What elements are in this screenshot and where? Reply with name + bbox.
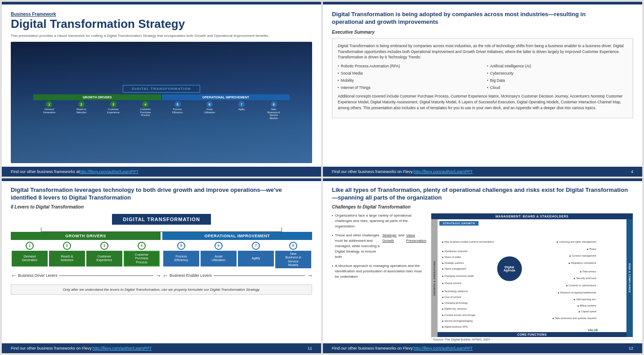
slide4-tag-new-biz: ▲New business models (content monetizati… (441, 240, 493, 243)
slide4-tag-contract: ▲Contract management (568, 254, 596, 257)
slide3-o-lever6: 6 AssetUtilization (201, 242, 237, 269)
slide3-o-lever7: 7 Agility (238, 242, 274, 269)
slide1-lever5-label: ProcessEfficiency (172, 108, 183, 114)
slide3-content: Digital Transformation leverages technol… (2, 181, 321, 343)
slide4-tag-dist: ▲Distribution channels (441, 250, 467, 253)
slide1-title: Digital Transformation Strategy (11, 18, 312, 31)
slide3-o-lever5: 5 ProcessEfficiency (163, 242, 199, 269)
slide1-lever1-num: 1 (46, 101, 52, 107)
slide3-driver-label: Business Driver Levers (18, 273, 57, 278)
slide3-g-lever3-num: 3 (100, 242, 108, 250)
slide2-list-rpa: Robotic Process Automation (RPA) (338, 63, 478, 69)
slide3-o-lever5-num: 5 (177, 242, 185, 250)
slide3-section-label: 8 Levers to Digital Transformation (11, 204, 312, 209)
slide4-section-label: Challenges to Digital Transformation (332, 204, 633, 209)
slide4-tag-talent: ▲Talent management (441, 267, 466, 270)
slide4-ops-label: GROWTH & OPERATIONS (431, 219, 438, 337)
slide1-lever4-num: 4 (142, 101, 148, 107)
slide4-body: Organizations face a large variety of op… (332, 213, 633, 340)
slide3-growth-section: GROWTH DRIVERS 1 DemandGeneration 2 Reac… (11, 232, 161, 271)
slide3-o-lever8-label: NewBusiness &ServiceModels (275, 251, 311, 269)
slide2-textbox: Digital Transformation is being embraced… (332, 38, 633, 119)
slide2-content: Digital Transformation is being adopted … (323, 4, 642, 167)
slide2-title: Digital Transformation is being adopted … (332, 11, 611, 26)
slide3-dt-label: DIGITAL TRANSFORMATION (112, 214, 211, 225)
slide2-list-cloud: Cloud (487, 84, 627, 91)
slide4-tag-org: ▲Digital org. structure (441, 307, 466, 310)
slide1-lever7-label: Agility (238, 108, 245, 111)
slide1-ops-label: OPERATIONAL IMPROVEMENT (162, 94, 290, 100)
slide2-footer-link[interactable]: http://flevy.com/author/LearnPPT (414, 169, 473, 174)
slide2-list-iot: Internet of Things (338, 84, 478, 91)
slide4-footer-text: Find our other business frameworks on Fl… (332, 346, 414, 351)
slide4-digital-agenda: DigitalAgenda (497, 256, 522, 281)
slide4-tag-billing: ▲Billing systems (577, 304, 596, 307)
slide4-tag-unique: ▲Unique content (441, 282, 461, 284)
slide2-list-bigdata: Big Data (487, 77, 627, 84)
slide1-lever8-num: 8 (271, 101, 277, 107)
slide4-tag-controls: ▲Controls vs. performance (565, 284, 596, 287)
slide3-g-lever4: 4 CustomerPurchaseProcess (124, 242, 160, 266)
slide-3: Digital Transformation leverages technol… (2, 178, 321, 353)
slide3-enabler-label: Business Enabler Levers (170, 273, 212, 278)
slide1-lever-4: 4 CustomerPurchaseProcess (130, 101, 161, 120)
slide2-footer-num: 4 (631, 169, 633, 174)
slide1-lever-1: 1 DemandGeneration (33, 101, 65, 120)
slide4-tag-change-tech: ▲Changing technology (441, 302, 468, 304)
slide3-g-lever1-num: 1 (26, 242, 34, 250)
slide3-o-lever6-label: AssetUtilization (201, 251, 237, 266)
slide3-note: Only after we understand the levers to D… (16, 288, 307, 292)
slide1-lever2-num: 2 (78, 101, 85, 107)
slide3-g-lever2: 2 Reach &Selection (49, 242, 85, 266)
slide2-footer-text: Find our other business frameworks on Fl… (332, 169, 414, 174)
slide2-list-mobility: Mobility (338, 77, 478, 84)
slide3-ops-levers: 5 ProcessEfficiency 6 AssetUtilization 7… (162, 240, 312, 271)
slide1-lever2-label: Reach &Selection (76, 108, 86, 114)
slide2-intro-text: Digital Transformation is being embraced… (338, 43, 627, 60)
slide-1: Business Framework Digital Transformatio… (2, 2, 321, 177)
slide4-tag-consumer: ▲Changing consumer needs (441, 275, 474, 277)
slide3-footer: Find our other business frameworks on Fl… (2, 343, 321, 353)
slide4-tag-capital: ▲Capital spend (578, 310, 596, 313)
slide3-arrows: ← Business Driver Levers → ← Business En… (11, 272, 312, 279)
slide1-lever-5: 5 ProcessEfficiency (162, 101, 193, 120)
slide2-list: Robotic Process Automation (RPA) Artific… (338, 63, 627, 91)
slide3-footer-num: 11 (308, 346, 312, 351)
slide3-g-lever3: 3 CustomerExperience (86, 242, 122, 266)
slide3-o-lever8-num: 8 (289, 242, 297, 250)
slide1-lever8-label: NewBusiness &ServiceModels (268, 108, 280, 120)
slide1-content: Business Framework Digital Transformatio… (2, 4, 321, 167)
slide1-dt-label: DIGITAL TRANSFORMATION (123, 85, 201, 93)
slide4-mgmt-bar: MANAGEMENT: BOARD & STAKEHOLDERS (431, 213, 633, 219)
slide4-tag-revenue: ▲Revenue recognition/settlements (557, 291, 596, 294)
slide4-title: Like all types of Transformation, plenty… (332, 186, 633, 202)
slide3-ops-section: OPERATIONAL IMPROVEMENT 5 ProcessEfficie… (162, 232, 312, 271)
slide3-growth-label: GROWTH DRIVERS (11, 232, 161, 240)
slide3-g-lever1-label: DemandGeneration (12, 251, 48, 266)
slide3-footer-text: Find our other business frameworks on Fl… (11, 346, 93, 351)
slide4-footer-num: 12 (629, 346, 633, 351)
slide4-tag-pricing: ▲Service pricing/packaging (441, 320, 473, 322)
slide2-list-ai: Artificial Intelligence (AI) (487, 63, 627, 69)
slide4-tag-security: ▲Security and fraud (573, 277, 596, 280)
slide4-tag-piracy: ▲Piracy (586, 248, 596, 250)
slide1-lever5-num: 5 (174, 101, 181, 107)
slide4-item3: A structure approach to managing operati… (332, 263, 426, 280)
slide3-o-lever6-num: 6 (215, 242, 223, 250)
slide2-bottom-para: Additional concepts covered include Cust… (338, 93, 627, 111)
slide4-core-func: CORE FUNCTIONS (438, 332, 626, 337)
slide4-footer-link[interactable]: http://flevy.com/author/LearnPPT (414, 346, 473, 351)
slide4-footer: Find our other business frameworks on Fl… (323, 343, 642, 353)
slide4-source: Source: The Digital Bubble, KPMG, 2007 (431, 337, 633, 342)
slide1-lever6-label: AssetUtilization (204, 108, 215, 114)
slide1-footer-link[interactable]: http://flevy.com/author/LearnPPT (80, 169, 139, 174)
slide3-footer-link[interactable]: http://flevy.com/author/LearnPPT (93, 346, 152, 351)
slide3-g-lever4-label: CustomerPurchaseProcess (124, 251, 160, 266)
slide1-lever-6: 6 AssetUtilization (194, 101, 225, 120)
slide3-g-lever2-label: Reach &Selection (49, 251, 85, 266)
slide4-tag-privacy: ▲Data privacy (579, 270, 596, 273)
slide4-tag-cost: ▲Cost of content (441, 296, 461, 298)
slide2-exec-summary: Executive Summary (332, 30, 633, 35)
slide1-lever-8: 8 NewBusiness &ServiceModels (258, 101, 289, 120)
slide3-g-lever1: 1 DemandGeneration (12, 242, 48, 266)
